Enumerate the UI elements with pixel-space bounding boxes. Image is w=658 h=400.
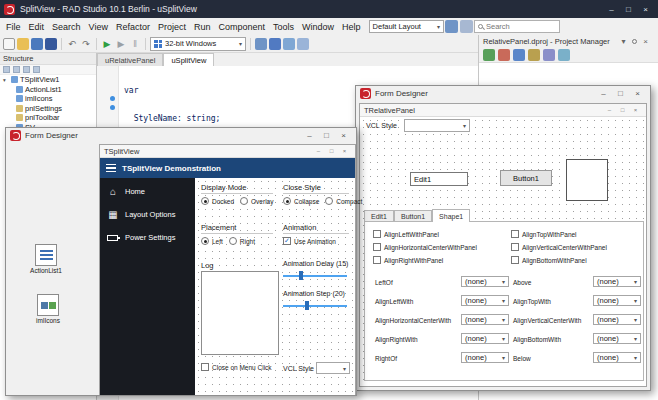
menu-item-file[interactable]: File — [2, 22, 25, 32]
pm-activate-icon[interactable] — [528, 49, 540, 61]
radio-collapse[interactable]: Collapse — [283, 197, 319, 205]
radio-compact[interactable]: Compact — [325, 197, 362, 205]
checkbox-aligntopwithpanel[interactable]: AlignTopWithPanel — [511, 230, 577, 238]
tsplitview-form[interactable]: TSplitView – □ × TSplitView Demonstratio… — [99, 144, 356, 395]
delete-layout-icon[interactable] — [460, 20, 473, 33]
nav-item-home[interactable]: ⌂ Home — [100, 180, 195, 203]
menu-item-project[interactable]: Project — [154, 22, 190, 32]
checkbox-icon[interactable] — [373, 230, 381, 238]
radio-icon[interactable] — [201, 197, 209, 205]
shape1-control[interactable] — [566, 159, 608, 201]
minimize-icon[interactable]: – — [301, 130, 318, 142]
run-icon[interactable]: ▶ — [101, 38, 113, 50]
pm-refresh-icon[interactable] — [513, 49, 525, 61]
radio-right[interactable]: Right — [229, 237, 255, 245]
search-box[interactable] — [474, 20, 560, 33]
pm-filter-icon[interactable] — [558, 49, 570, 61]
tab-shape1[interactable]: Shape1 — [432, 209, 470, 222]
tab-urelativepanel[interactable]: uRelativePanel — [97, 53, 163, 66]
checkbox-icon[interactable] — [373, 243, 381, 251]
alignleftwith-combo[interactable]: (none) ▾ — [461, 295, 509, 306]
designer-titlebar[interactable]: Form Designer – □ × — [356, 86, 650, 101]
edit1-control[interactable]: Edit1 — [410, 172, 468, 186]
new-items-icon[interactable] — [3, 38, 15, 50]
checkbox-icon[interactable] — [511, 243, 519, 251]
tab-usplitview[interactable]: uSplitView — [163, 53, 214, 66]
alignverticalcenterwith-combo[interactable]: (none) ▾ — [593, 314, 641, 325]
panel-close-icon[interactable]: × — [637, 35, 654, 48]
close-icon[interactable]: × — [629, 105, 642, 115]
animation-step-slider[interactable] — [283, 301, 347, 310]
tree-item-pnltoolbar[interactable]: pnlToolbar — [0, 113, 96, 123]
minimize-icon[interactable]: – — [595, 88, 612, 100]
menu-item-search[interactable]: Search — [48, 22, 85, 32]
tree-item-imlicons[interactable]: imlIcons — [0, 94, 96, 104]
checkbox-alignverticalcenterwithpanel[interactable]: AlignVerticalCenterWithPanel — [511, 243, 607, 251]
radio-left[interactable]: Left — [201, 237, 223, 245]
redo-icon[interactable]: ↷ — [80, 38, 92, 50]
radio-icon[interactable] — [229, 237, 237, 245]
tree-item-pnlsettings[interactable]: pnlSettings — [0, 104, 96, 114]
close-icon[interactable]: × — [335, 130, 352, 142]
checkbox-alignleftwithpanel[interactable]: AlignLeftWithPanel — [373, 230, 439, 238]
radio-icon[interactable] — [201, 237, 209, 245]
delete-item-icon[interactable] — [23, 66, 30, 73]
save-all-icon[interactable] — [45, 38, 57, 50]
aligntopwith-combo[interactable]: (none) ▾ — [593, 295, 641, 306]
save-layout-icon[interactable] — [445, 20, 458, 33]
menu-item-refactor[interactable]: Refactor — [112, 22, 154, 32]
menu-item-window[interactable]: Window — [298, 22, 338, 32]
form-designer-window-relativepanel[interactable]: Form Designer – □ × TRelativePanel – □ ×… — [355, 85, 651, 391]
refresh-icon[interactable] — [33, 66, 40, 73]
designer-titlebar[interactable]: Form Designer – □ × — [6, 128, 356, 143]
radio-icon[interactable] — [283, 197, 291, 205]
pause-icon[interactable]: ‖ — [129, 38, 141, 50]
form-titlebar[interactable]: TRelativePanel – □ × — [360, 104, 646, 117]
radio-icon[interactable] — [325, 197, 333, 205]
minimize-icon[interactable]: – — [603, 105, 616, 115]
menu-item-run[interactable]: Run — [190, 22, 215, 32]
checkbox-alignrightwithpanel[interactable]: AlignRightWithPanel — [373, 256, 443, 264]
slider-thumb[interactable] — [305, 301, 309, 310]
radio-overlay[interactable]: Overlay — [240, 197, 273, 205]
alignbottomwith-combo[interactable]: (none) ▾ — [593, 333, 641, 344]
maximize-icon[interactable]: □ — [318, 130, 335, 142]
undo-icon[interactable]: ↶ — [66, 38, 78, 50]
trelativepanel-form[interactable]: TRelativePanel – □ × VCL Style ▾ Edit1 B… — [359, 103, 647, 387]
build-icon[interactable] — [269, 38, 281, 50]
open-file-icon[interactable] — [17, 38, 29, 50]
compile-icon[interactable] — [255, 38, 267, 50]
alignrightwith-combo[interactable]: (none) ▾ — [461, 333, 509, 344]
checkbox-checked-icon[interactable]: ✓ — [283, 237, 291, 245]
maximize-icon[interactable]: □ — [612, 88, 629, 100]
search-input[interactable] — [486, 22, 556, 31]
vcl-style-combo[interactable]: ▾ — [316, 362, 350, 374]
minimize-icon[interactable]: – — [312, 146, 325, 156]
pm-sort-icon[interactable] — [543, 49, 555, 61]
menu-item-edit[interactable]: Edit — [25, 22, 49, 32]
maximize-icon[interactable]: □ — [325, 146, 338, 156]
options-icon[interactable] — [297, 38, 309, 50]
nav-item-layout-options[interactable]: ▦ Layout Options — [100, 203, 195, 226]
alignhorizontalcenterwith-combo[interactable]: (none) ▾ — [461, 314, 509, 325]
menu-item-help[interactable]: Help — [338, 22, 365, 32]
ide-titlebar[interactable]: SplitView - RAD Studio 10.1 Berlin - uSp… — [0, 0, 658, 18]
close-icon[interactable]: × — [338, 146, 351, 156]
target-platform-combo[interactable]: 32-bit Windows ▾ — [150, 37, 246, 51]
nonvisual-imagelist[interactable]: imlIcons — [26, 294, 70, 324]
menu-item-component[interactable]: Component — [214, 22, 269, 32]
radio-icon[interactable] — [240, 197, 248, 205]
tree-item-root[interactable]: ▾ TSplitView1 — [0, 75, 96, 85]
button1-control[interactable]: Button1 — [500, 170, 552, 186]
checkbox-use-animation[interactable]: ✓ Use Animation — [283, 237, 336, 245]
radio-docked[interactable]: Docked — [201, 197, 234, 205]
pm-new-icon[interactable] — [483, 49, 495, 61]
pm-remove-icon[interactable] — [498, 49, 510, 61]
below-combo[interactable]: (none) ▾ — [593, 352, 641, 363]
hamburger-menu-icon[interactable] — [106, 164, 116, 173]
nonvisual-actionlist[interactable]: ActionList1 — [24, 244, 68, 274]
move-up-icon[interactable] — [3, 66, 10, 73]
slider-thumb[interactable] — [299, 271, 303, 280]
move-down-icon[interactable] — [13, 66, 20, 73]
nav-item-power-settings[interactable]: Power Settings — [100, 226, 195, 249]
